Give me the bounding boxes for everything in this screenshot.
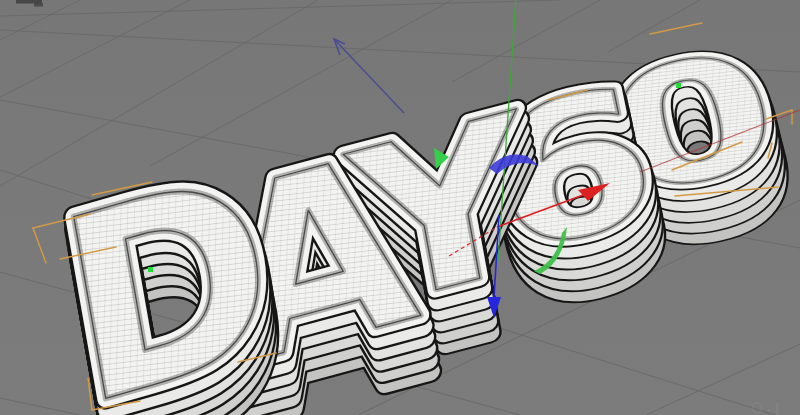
viewport-canvas[interactable]: 00000000000000006666666666666666YYYYYYYY…: [0, 0, 800, 415]
3d-viewport[interactable]: 00000000000000006666666666666666YYYYYYYY…: [0, 0, 800, 415]
toolbar-fragment: [16, 0, 42, 4]
object-anchor-dot: [148, 267, 153, 272]
watermark-fragment: [776, 403, 779, 415]
object-anchor-dot: [676, 83, 681, 88]
watermark-fragment: [768, 409, 771, 412]
toolbar-fragment: [34, 3, 43, 7]
